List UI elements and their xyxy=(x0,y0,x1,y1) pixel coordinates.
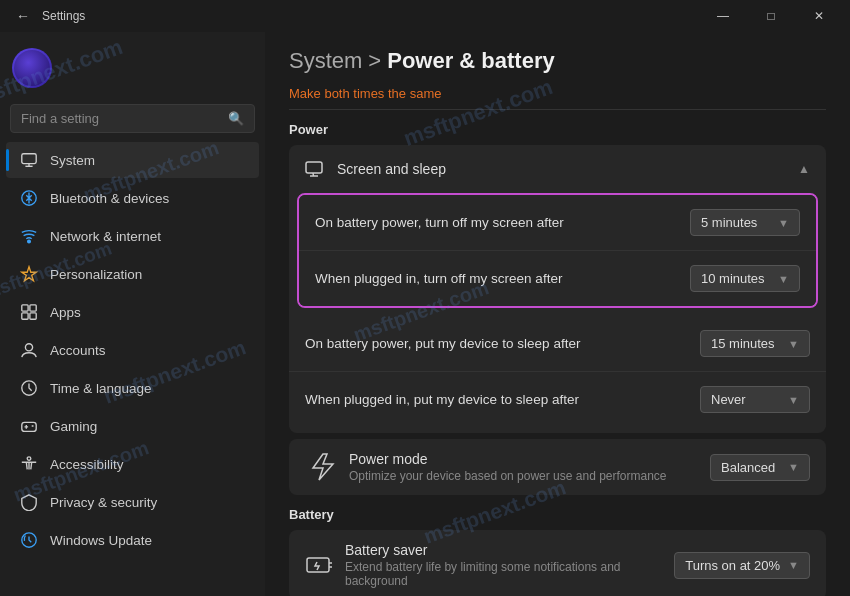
system-icon xyxy=(20,151,38,169)
sidebar-label-bluetooth: Bluetooth & devices xyxy=(50,191,169,206)
highlighted-settings-rows: On battery power, turn off my screen aft… xyxy=(297,193,818,308)
normal-row-1: When plugged in, put my device to sleep … xyxy=(289,372,826,427)
update-icon xyxy=(20,531,38,549)
restore-button[interactable]: □ xyxy=(748,0,794,32)
power-mode-card: Power mode Optimize your device based on… xyxy=(289,439,826,495)
content-area: System > Power & battery Make both times… xyxy=(265,32,850,596)
setting-label-0: On battery power, turn off my screen aft… xyxy=(315,215,678,230)
page-header: System > Power & battery xyxy=(289,32,826,86)
sidebar-label-system: System xyxy=(50,153,95,168)
sidebar-label-update: Windows Update xyxy=(50,533,152,548)
dropdown-arrow-1: ▼ xyxy=(778,273,789,285)
sidebar: 🔍 System Bluetooth & devices xyxy=(0,32,265,596)
search-box[interactable]: 🔍 xyxy=(10,104,255,133)
screen-sleep-chevron: ▲ xyxy=(798,162,810,176)
titlebar-controls: — □ ✕ xyxy=(700,0,842,32)
battery-saver-dropdown[interactable]: Turns on at 20% ▼ xyxy=(674,552,810,579)
minimize-button[interactable]: — xyxy=(700,0,746,32)
sidebar-label-accounts: Accounts xyxy=(50,343,106,358)
power-section-label: Power xyxy=(289,122,826,137)
breadcrumb: System xyxy=(289,48,362,74)
battery-sleep-dropdown[interactable]: 15 minutes ▼ xyxy=(700,330,810,357)
power-mode-text: Power mode Optimize your device based on… xyxy=(349,451,698,483)
app-container: 🔍 System Bluetooth & devices xyxy=(0,32,850,596)
normal-row-0: On battery power, put my device to sleep… xyxy=(289,316,826,372)
battery-saver-icon xyxy=(305,551,333,579)
screen-sleep-title: Screen and sleep xyxy=(337,161,786,177)
sidebar-label-network: Network & internet xyxy=(50,229,161,244)
sidebar-label-apps: Apps xyxy=(50,305,81,320)
battery-screen-dropdown[interactable]: 5 minutes ▼ xyxy=(690,209,800,236)
network-icon xyxy=(20,227,38,245)
breadcrumb-separator: > xyxy=(368,48,381,74)
normal-label-1: When plugged in, put my device to sleep … xyxy=(305,392,688,407)
battery-saver-arrow: ▼ xyxy=(788,559,799,571)
power-mode-value: Balanced xyxy=(721,460,775,475)
sidebar-item-time[interactable]: Time & language xyxy=(6,370,259,406)
back-button[interactable]: ← xyxy=(12,6,34,26)
titlebar-title: Settings xyxy=(42,9,85,23)
sidebar-item-privacy[interactable]: Privacy & security xyxy=(6,484,259,520)
sidebar-item-personalization[interactable]: Personalization xyxy=(6,256,259,292)
titlebar-left: ← Settings xyxy=(12,6,85,26)
setting-row-0: On battery power, turn off my screen aft… xyxy=(299,195,816,251)
avatar xyxy=(12,48,52,88)
power-mode-desc: Optimize your device based on power use … xyxy=(349,469,698,483)
sidebar-item-accessibility[interactable]: Accessibility xyxy=(6,446,259,482)
close-button[interactable]: ✕ xyxy=(796,0,842,32)
battery-saver-text: Battery saver Extend battery life by lim… xyxy=(345,542,662,588)
normal-label-0: On battery power, put my device to sleep… xyxy=(305,336,688,351)
battery-screen-value: 5 minutes xyxy=(701,215,757,230)
dropdown-arrow-3: ▼ xyxy=(788,394,799,406)
bluetooth-icon xyxy=(20,189,38,207)
sidebar-item-apps[interactable]: Apps xyxy=(6,294,259,330)
dropdown-arrow-0: ▼ xyxy=(778,217,789,229)
setting-label-1: When plugged in, turn off my screen afte… xyxy=(315,271,678,286)
personalization-icon xyxy=(20,265,38,283)
titlebar: ← Settings — □ ✕ xyxy=(0,0,850,32)
svg-point-4 xyxy=(28,240,31,243)
battery-saver-value: Turns on at 20% xyxy=(685,558,780,573)
svg-rect-14 xyxy=(306,162,322,173)
svg-line-16 xyxy=(313,173,314,176)
screen-sleep-card: Screen and sleep ▲ On battery power, tur… xyxy=(289,145,826,433)
power-mode-dropdown[interactable]: Balanced ▼ xyxy=(710,454,810,481)
normal-settings-rows: On battery power, put my device to sleep… xyxy=(289,316,826,427)
power-mode-arrow: ▼ xyxy=(788,461,799,473)
setting-row-1: When plugged in, turn off my screen afte… xyxy=(299,251,816,306)
svg-rect-6 xyxy=(30,305,36,311)
power-mode-icon xyxy=(305,451,337,483)
sidebar-item-network[interactable]: Network & internet xyxy=(6,218,259,254)
sidebar-label-personalization: Personalization xyxy=(50,267,142,282)
time-icon xyxy=(20,379,38,397)
accessibility-icon xyxy=(20,455,38,473)
page-title: Power & battery xyxy=(387,48,555,74)
battery-saver-title: Battery saver xyxy=(345,542,662,558)
sidebar-item-accounts[interactable]: Accounts xyxy=(6,332,259,368)
svg-rect-7 xyxy=(22,313,28,319)
sidebar-item-bluetooth[interactable]: Bluetooth & devices xyxy=(6,180,259,216)
battery-section-label: Battery xyxy=(289,507,826,522)
plugged-screen-dropdown[interactable]: 10 minutes ▼ xyxy=(690,265,800,292)
screen-sleep-icon xyxy=(305,159,325,179)
svg-point-12 xyxy=(27,457,31,461)
plugged-screen-value: 10 minutes xyxy=(701,271,765,286)
screen-sleep-header[interactable]: Screen and sleep ▲ xyxy=(289,145,826,193)
sidebar-label-gaming: Gaming xyxy=(50,419,97,434)
battery-sleep-value: 15 minutes xyxy=(711,336,775,351)
top-notice: Make both times the same xyxy=(289,86,826,110)
battery-saver-desc: Extend battery life by limiting some not… xyxy=(345,560,662,588)
sidebar-item-gaming[interactable]: Gaming xyxy=(6,408,259,444)
sidebar-label-accessibility: Accessibility xyxy=(50,457,124,472)
plugged-sleep-dropdown[interactable]: Never ▼ xyxy=(700,386,810,413)
privacy-icon xyxy=(20,493,38,511)
sidebar-item-update[interactable]: Windows Update xyxy=(6,522,259,558)
svg-point-9 xyxy=(25,344,32,351)
battery-saver-row: Battery saver Extend battery life by lim… xyxy=(289,530,826,596)
sidebar-item-system[interactable]: System xyxy=(6,142,259,178)
search-input[interactable] xyxy=(21,111,220,126)
sidebar-label-privacy: Privacy & security xyxy=(50,495,157,510)
svg-rect-8 xyxy=(30,313,36,319)
apps-icon xyxy=(20,303,38,321)
svg-rect-5 xyxy=(22,305,28,311)
